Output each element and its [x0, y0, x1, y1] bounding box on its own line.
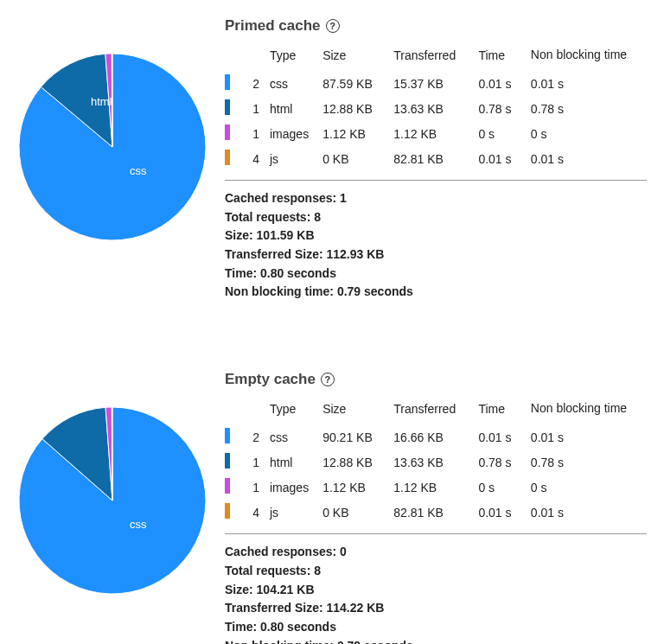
nonblocking-cell: 0.01 s — [524, 71, 647, 96]
transferred-cell: 1.12 KB — [386, 121, 471, 146]
section-title: Empty cache — [225, 371, 316, 388]
js-swatch-icon — [225, 503, 230, 519]
count-cell: 2 — [246, 71, 263, 96]
resource-table: TypeSizeTransferredTimeNon blocking time… — [225, 397, 647, 525]
count-cell: 1 — [246, 475, 263, 500]
time-cell: 0.78 s — [471, 96, 523, 121]
col-header: Size — [322, 48, 346, 62]
type-cell: html — [263, 450, 316, 475]
images-swatch-icon — [225, 478, 230, 494]
size-cell: 12.88 KB — [316, 450, 386, 475]
size-cell: 12.88 KB — [316, 96, 386, 121]
table-row: 4 js 0 KB 82.81 KB 0.01 s 0.01 s — [225, 500, 647, 525]
pie-slice-js — [112, 407, 112, 501]
count-cell: 1 — [246, 121, 263, 146]
table-row: 2 css 90.21 KB 16.66 KB 0.01 s 0.01 s — [225, 424, 647, 450]
details-panel: Primed cache ? TypeSizeTransferredTimeNo… — [225, 17, 647, 302]
summary-block: Cached responses: 0 Total requests: 8 Si… — [225, 533, 647, 644]
help-icon[interactable]: ? — [326, 19, 340, 33]
size-cell: 0 KB — [316, 146, 386, 171]
summary-nb: Non blocking time: 0.79 seconds — [225, 283, 647, 302]
html-swatch-icon — [225, 453, 230, 469]
col-header: Transferred — [393, 48, 456, 62]
table-row: 2 css 87.59 KB 15.37 KB 0.01 s 0.01 s — [225, 71, 647, 96]
transferred-cell: 15.37 KB — [386, 71, 471, 96]
css-swatch-icon — [225, 428, 230, 443]
col-header: Non blocking time — [531, 48, 627, 61]
nonblocking-cell: 0 s — [524, 121, 647, 146]
time-cell: 0.78 s — [471, 450, 523, 475]
col-header: Non blocking time — [531, 401, 627, 415]
summary-time: Time: 0.80 seconds — [225, 618, 647, 637]
html-swatch-icon — [225, 99, 230, 115]
cache-section: css Empty cache ? TypeSizeTransferredTim… — [17, 371, 647, 644]
transferred-cell: 82.81 KB — [386, 146, 471, 171]
resource-table: TypeSizeTransferredTimeNon blocking time… — [225, 43, 647, 171]
time-cell: 0.01 s — [471, 500, 523, 525]
summary-requests: Total requests: 8 — [225, 562, 647, 581]
summary-transferred: Transferred Size: 112.93 KB — [225, 245, 647, 265]
section-title: Primed cache — [225, 17, 321, 35]
table-row: 1 images 1.12 KB 1.12 KB 0 s 0 s — [225, 121, 647, 146]
type-cell: css — [263, 424, 316, 450]
nonblocking-cell: 0.01 s — [524, 500, 647, 525]
nonblocking-cell: 0.78 s — [524, 450, 647, 475]
col-header: Transferred — [393, 402, 456, 416]
summary-cached: Cached responses: 0 — [225, 543, 647, 562]
type-cell: images — [263, 475, 316, 500]
pie-slice-js — [112, 54, 112, 147]
time-cell: 0.01 s — [471, 71, 523, 96]
js-swatch-icon — [225, 150, 230, 165]
col-header: Size — [322, 402, 346, 416]
type-cell: js — [263, 500, 316, 525]
cache-section: csshtml Primed cache ? TypeSizeTransferr… — [17, 17, 647, 302]
type-cell: images — [263, 121, 316, 146]
transferred-cell: 16.66 KB — [386, 424, 471, 450]
transferred-cell: 13.63 KB — [386, 450, 471, 475]
time-cell: 0 s — [471, 475, 523, 500]
size-cell: 87.59 KB — [316, 71, 386, 96]
time-cell: 0 s — [471, 121, 523, 146]
summary-nb: Non blocking time: 0.79 seconds — [225, 637, 647, 644]
summary-block: Cached responses: 1 Total requests: 8 Si… — [225, 180, 647, 302]
table-row: 1 html 12.88 KB 13.63 KB 0.78 s 0.78 s — [225, 96, 647, 121]
count-cell: 2 — [246, 424, 263, 450]
table-row: 1 html 12.88 KB 13.63 KB 0.78 s 0.78 s — [225, 450, 647, 475]
summary-requests: Total requests: 8 — [225, 208, 647, 227]
nonblocking-cell: 0.01 s — [524, 424, 647, 450]
col-header: Type — [270, 48, 296, 62]
type-cell: html — [263, 96, 316, 121]
col-header: Time — [478, 48, 505, 62]
pie-chart: csshtml — [17, 52, 208, 242]
summary-size: Size: 104.21 KB — [225, 581, 647, 600]
count-cell: 4 — [246, 500, 263, 525]
size-cell: 0 KB — [316, 500, 386, 525]
type-cell: css — [263, 71, 316, 96]
transferred-cell: 82.81 KB — [386, 500, 471, 525]
images-swatch-icon — [225, 124, 230, 140]
count-cell: 1 — [246, 450, 263, 475]
details-panel: Empty cache ? TypeSizeTransferredTimeNon… — [225, 371, 647, 644]
summary-time: Time: 0.80 seconds — [225, 265, 647, 284]
size-cell: 1.12 KB — [316, 121, 386, 146]
nonblocking-cell: 0.01 s — [524, 146, 647, 171]
type-cell: js — [263, 146, 316, 171]
size-cell: 1.12 KB — [316, 475, 386, 500]
help-icon[interactable]: ? — [321, 373, 335, 386]
nonblocking-cell: 0 s — [524, 475, 647, 500]
size-cell: 90.21 KB — [316, 424, 386, 450]
col-header: Time — [478, 402, 505, 416]
table-row: 1 images 1.12 KB 1.12 KB 0 s 0 s — [225, 475, 647, 500]
time-cell: 0.01 s — [471, 424, 523, 450]
transferred-cell: 13.63 KB — [386, 96, 471, 121]
summary-transferred: Transferred Size: 114.22 KB — [225, 599, 647, 618]
col-header: Type — [270, 402, 296, 416]
pie-chart: css — [17, 405, 208, 596]
transferred-cell: 1.12 KB — [386, 475, 471, 500]
time-cell: 0.01 s — [471, 146, 523, 171]
count-cell: 1 — [246, 96, 263, 121]
table-row: 4 js 0 KB 82.81 KB 0.01 s 0.01 s — [225, 146, 647, 171]
summary-cached: Cached responses: 1 — [225, 189, 647, 208]
count-cell: 4 — [246, 146, 263, 171]
summary-size: Size: 101.59 KB — [225, 226, 647, 245]
